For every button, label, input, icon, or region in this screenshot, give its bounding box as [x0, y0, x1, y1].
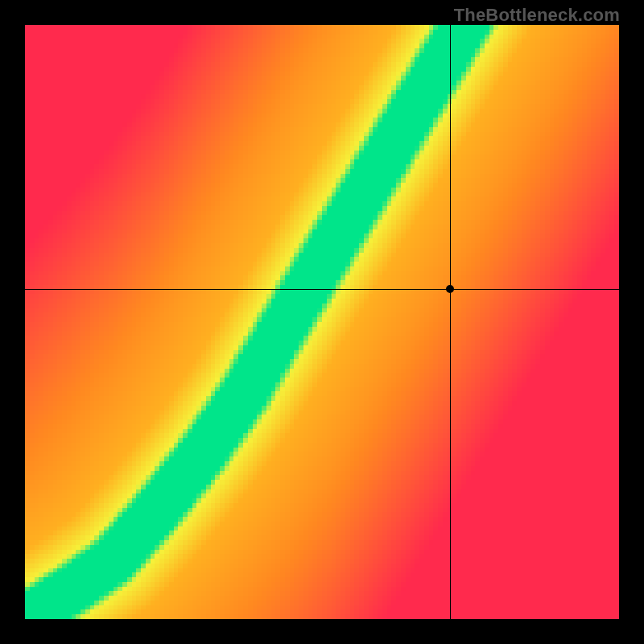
heatmap-plot: [25, 25, 619, 619]
heatmap-canvas: [25, 25, 619, 619]
crosshair-horizontal: [25, 289, 619, 290]
marker-dot: [446, 285, 454, 293]
crosshair-vertical: [450, 25, 451, 619]
watermark-text: TheBottleneck.com: [454, 5, 620, 26]
chart-frame: TheBottleneck.com: [0, 0, 644, 644]
